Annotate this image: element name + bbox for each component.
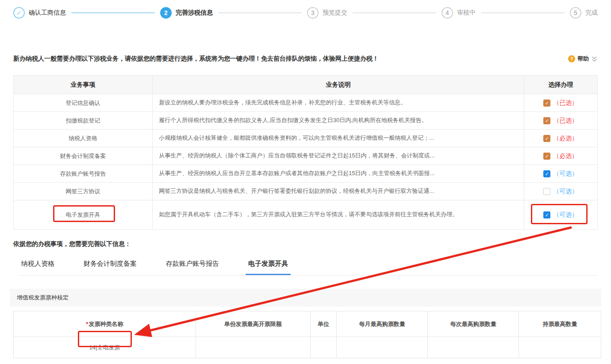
step-5-label: 完成	[585, 9, 598, 17]
item-name: 登记信息确认	[14, 94, 153, 112]
col-header-unit: 单位	[310, 311, 337, 337]
table-row-e-invoice: 电子发票开具 如您属于开具机动车（含二手车），第三方开票或入驻第三方平台等情况，…	[14, 200, 598, 230]
item-description: 新设立的纳税人要办理涉税业务，须先完成税务信息补录，补充您的行业、主管税务机关等…	[153, 94, 524, 112]
table-row: 纳税人资格 小规模纳税人会计核算健全，能都提供准确税务资料的，可以向主管税务机关…	[14, 130, 598, 147]
item-name-e-invoice: 电子发票开具	[14, 200, 153, 230]
step-4-number: 4	[442, 7, 453, 19]
checkbox-unchecked-icon[interactable]	[543, 188, 550, 195]
step-3-number: 3	[307, 7, 319, 19]
item-name: 扣缴税款登记	[14, 112, 153, 130]
col-header-holding-max: 持票最高数量	[519, 311, 601, 337]
per-purchase-max-cell[interactable]	[428, 337, 519, 358]
status-badge: （可选）	[553, 170, 578, 177]
chevron-double-down-icon[interactable]	[591, 56, 598, 62]
checkbox-checked-icon[interactable]	[543, 211, 550, 218]
status-badge: （必选）	[553, 152, 578, 159]
item-name: 存款账户账号报告	[14, 165, 153, 183]
checkbox-checked-icon[interactable]	[543, 117, 550, 124]
tab-taxpayer-qualification[interactable]: 纳税人资格	[19, 260, 57, 275]
step-5-number: 5	[570, 7, 581, 19]
col-header-select: 选择办理	[524, 76, 597, 94]
info-tabs: 纳税人资格 财务会计制度备案 存款账户账号报告 电子发票开具	[19, 260, 598, 276]
step-5-done: 5 完成	[570, 7, 598, 19]
tab-deposit-account-report[interactable]: 存款账户账号报告	[163, 260, 222, 275]
table-row: 登记信息确认 新设立的纳税人要办理涉税业务，须先完成税务信息补录，补充您的行业、…	[14, 94, 598, 112]
help-button[interactable]: ? 帮助	[568, 55, 598, 63]
step-connector	[353, 12, 436, 13]
step-2-label: 完善涉税信息	[176, 9, 213, 17]
item-description: 网签三方协议是纳税人与税务机关、开户银行签署委托银行划款的协议，经税务机关与开户…	[153, 183, 524, 200]
step-connector	[71, 12, 155, 13]
help-question-icon: ?	[568, 55, 575, 62]
step-1-confirm-business-info: ✓ 确认工商信息	[13, 7, 66, 19]
step-1-label: 确认工商信息	[29, 9, 66, 17]
checkbox-checked-icon[interactable]	[543, 170, 550, 177]
step-3-label: 预览提交	[323, 9, 347, 17]
item-description: 履行个人所得税代扣代缴义务的扣款义务人,应当自扣缴义务发生之日30日内,向机构所…	[153, 112, 524, 130]
vat-invoice-section-title: 增值税发票票种核定	[10, 289, 601, 307]
checkbox-checked-icon[interactable]	[543, 135, 550, 142]
required-marker: *	[86, 321, 88, 327]
table-header-row: 业务事项 业务说明 选择办理	[14, 76, 598, 94]
col-header-invoice-type: *发票种类名称	[14, 311, 196, 337]
step-1-check-icon: ✓	[13, 7, 25, 19]
unit-cell[interactable]	[310, 337, 337, 358]
item-name: 财务会计制度备案	[14, 147, 153, 165]
table-header-row: *发票种类名称 单份发票最高开票限额 单位 每月最高购票数量 每次最高购票数量 …	[14, 311, 601, 337]
checkbox-checked-icon[interactable]	[543, 100, 550, 107]
invoice-type-name-cell[interactable]: 14|全电发票	[14, 337, 196, 358]
status-badge: （必选）	[553, 134, 578, 142]
item-description: 如您属于开具机动车（含二手车），第三方开票或入驻第三方平台等情况，请不要勾选该项…	[153, 200, 524, 230]
table-row: 网签三方协议 网签三方协议是纳税人与税务机关、开户银行签署委托银行划款的协议，经…	[14, 183, 598, 200]
status-badge: （可选）	[553, 211, 578, 218]
intro-text: 新办纳税人一般需要办理以下涉税业务，请依据您的需要进行选择，系统将为您一键办理！…	[13, 55, 379, 63]
monthly-max-cell[interactable]	[337, 337, 428, 358]
status-badge: （可选）	[553, 188, 578, 195]
holding-max-cell[interactable]	[519, 337, 601, 358]
help-label: 帮助	[577, 55, 589, 63]
step-4-under-review: 4 审核中	[442, 7, 476, 19]
step-4-label: 审核中	[457, 9, 476, 17]
invoice-type-row: 14|全电发票	[14, 337, 601, 358]
business-items-table: 业务事项 业务说明 选择办理 登记信息确认 新设立的纳税人要办理涉税业务，须先完…	[13, 75, 598, 230]
step-2-complete-tax-info: 2 完善涉税信息	[160, 7, 213, 19]
tab-e-invoice-active[interactable]: 电子发票开具	[246, 260, 291, 275]
tab-finance-accounting-filing[interactable]: 财务会计制度备案	[81, 260, 139, 275]
col-header-item: 业务事项	[14, 76, 153, 94]
table-row: 扣缴税款登记 履行个人所得税代扣代缴义务的扣款义务人,应当自扣缴义务发生之日30…	[14, 112, 598, 130]
item-description: 从事生产、经营的纳税人（除个体工商户）应当自领取税务登记证件之日起15日内，将其…	[153, 147, 524, 165]
invoice-type-table: *发票种类名称 单份发票最高开票限额 单位 每月最高购票数量 每次最高购票数量 …	[13, 311, 601, 358]
item-description: 从事生产、经营的纳税人应当自开立基本存款账户或者其他存款账户之日起15日内，向主…	[153, 165, 524, 183]
table-row: 存款账户账号报告 从事生产、经营的纳税人应当自开立基本存款账户或者其他存款账户之…	[14, 165, 598, 183]
col-header-description: 业务说明	[153, 76, 524, 94]
item-name: 纳税人资格	[14, 130, 153, 147]
max-limit-cell[interactable]	[196, 337, 310, 358]
step-connector	[218, 12, 302, 13]
wizard-stepper: ✓ 确认工商信息 2 完善涉税信息 3 预览提交 4 审核中 5 完成	[0, 0, 611, 19]
col-header-max-limit: 单份发票最高开票限额	[196, 311, 310, 337]
item-name: 网签三方协议	[14, 183, 153, 200]
complete-info-title: 依据您的办税事项，您需要完善以下信息：	[13, 240, 598, 248]
step-connector	[481, 12, 565, 13]
item-description: 小规模纳税人会计核算健全，能都提供准确税务资料的，可以向主管税务机关进行增值税一…	[153, 130, 524, 147]
status-badge: （已选）	[553, 117, 578, 124]
checkbox-checked-icon[interactable]	[543, 153, 550, 160]
col-header-monthly-max: 每月最高购票数量	[337, 311, 428, 337]
col-header-per-purchase-max: 每次最高购票数量	[428, 311, 519, 337]
step-3-preview-submit: 3 预览提交	[307, 7, 347, 19]
step-2-number: 2	[160, 7, 172, 19]
status-badge: （已选）	[553, 99, 578, 106]
table-row: 财务会计制度备案 从事生产、经营的纳税人（除个体工商户）应当自领取税务登记证件之…	[14, 147, 598, 165]
